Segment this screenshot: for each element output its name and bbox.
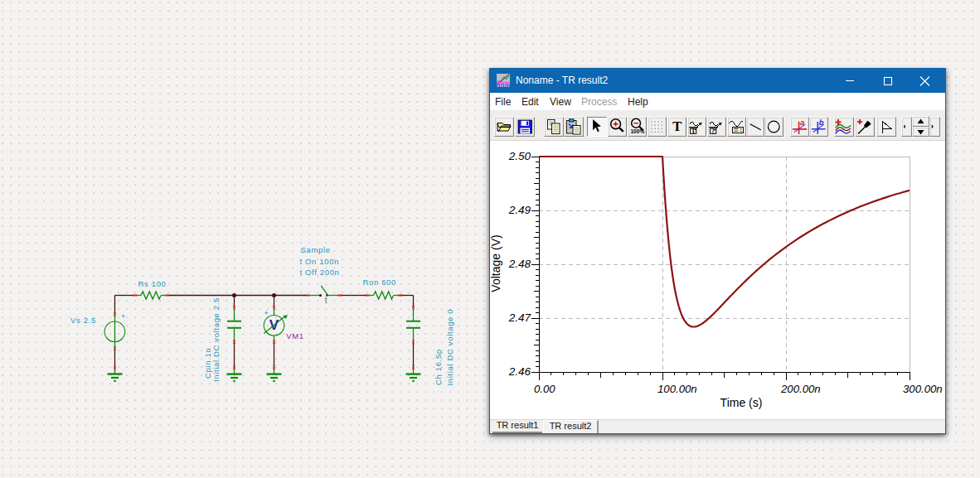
svg-text:300.00n: 300.00n (903, 383, 943, 395)
svg-text:Vs 2.5: Vs 2.5 (70, 316, 96, 325)
svg-text:Time (s): Time (s) (720, 396, 763, 409)
svg-text:Initial DC voltage 2.5: Initial DC voltage 2.5 (211, 297, 221, 382)
svg-text:Ron 600: Ron 600 (363, 278, 396, 287)
svg-text:2.46: 2.46 (508, 365, 531, 378)
svg-text:2.48: 2.48 (508, 258, 531, 270)
svg-text:Voltage (V): Voltage (V) (490, 234, 502, 292)
svg-text:Sample: Sample (301, 245, 331, 254)
svg-text:Ch 16.5p: Ch 16.5p (434, 349, 443, 385)
svg-text:t On 100n: t On 100n (300, 257, 340, 266)
svg-text:VM1: VM1 (286, 331, 303, 340)
svg-text:T: T (672, 118, 682, 134)
svg-text:t Off 200n: t Off 200n (300, 268, 340, 277)
svg-text:2.50: 2.50 (508, 150, 531, 162)
svg-text:2.47: 2.47 (508, 311, 531, 324)
svg-text:200.00n: 200.00n (780, 383, 821, 395)
svg-text:Rs 100: Rs 100 (138, 279, 167, 288)
svg-text:2.49: 2.49 (508, 204, 531, 216)
svg-text:+: + (121, 311, 126, 321)
svg-text:Initial DC voltage 0: Initial DC voltage 0 (445, 309, 454, 386)
svg-text:T: T (691, 128, 695, 135)
svg-text:a: a (799, 118, 804, 127)
svg-text:b: b (819, 118, 824, 127)
svg-text:?: ? (711, 128, 715, 135)
svg-text:100.00n: 100.00n (657, 383, 697, 395)
svg-text:+: + (264, 308, 269, 317)
svg-text:0.00: 0.00 (534, 383, 555, 395)
svg-text:t: t (325, 296, 327, 305)
svg-text:100%: 100% (630, 128, 644, 134)
